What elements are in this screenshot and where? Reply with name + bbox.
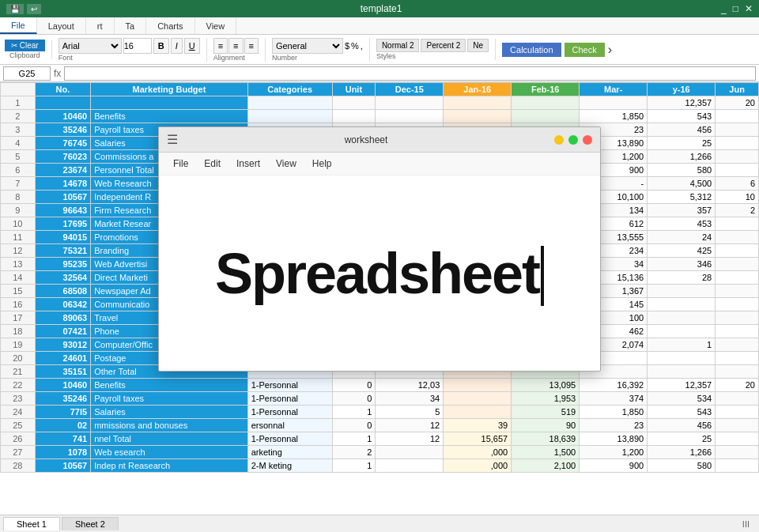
cell-r7-c10[interactable]: 6	[716, 177, 759, 191]
cell-r2-c7[interactable]	[512, 110, 580, 123]
cell-r3-c1[interactable]: 35246	[35, 123, 90, 137]
cell-r15-c1[interactable]: 68508	[35, 285, 90, 298]
cell-r24-c7[interactable]: 519	[512, 406, 580, 419]
cell-r25-c3[interactable]: ersonnal	[247, 419, 332, 432]
table-row[interactable]: 2335246Payroll taxes1-Personnal0341,9533…	[1, 392, 759, 406]
cell-r8-c9[interactable]: 5,312	[648, 191, 716, 204]
cell-r19-c10[interactable]	[716, 338, 759, 352]
tab-layout[interactable]: Layout	[37, 17, 86, 34]
cell-r23-c7[interactable]: 1,953	[512, 392, 580, 406]
cell-r13-c9[interactable]: 346	[648, 258, 716, 271]
cell-r7-c0[interactable]: 7	[1, 177, 36, 191]
sheet-tab-1[interactable]: Sheet 1	[3, 517, 60, 530]
cell-r28-c6[interactable]: ,000	[444, 459, 512, 473]
cell-r4-c0[interactable]: 4	[1, 137, 36, 150]
cell-r23-c0[interactable]: 23	[1, 392, 36, 406]
maximize-btn[interactable]: □	[733, 3, 738, 14]
cell-r22-c9[interactable]: 12,357	[648, 379, 716, 392]
cell-r11-c10[interactable]	[716, 231, 759, 244]
tab-view[interactable]: View	[195, 17, 237, 34]
cell-r28-c3[interactable]: 2-M keting	[247, 459, 332, 473]
cell-r2-c5[interactable]	[376, 110, 444, 123]
cell-r26-c5[interactable]: 12	[376, 432, 444, 446]
cell-r28-c10[interactable]	[716, 459, 759, 473]
cell-r16-c9[interactable]	[648, 298, 716, 311]
cell-r9-c9[interactable]: 357	[648, 204, 716, 217]
cell-r5-c10[interactable]	[716, 150, 759, 164]
cell-r22-c7[interactable]: 13,095	[512, 379, 580, 392]
cell-r2-c1[interactable]: 10460	[35, 110, 90, 123]
cell-r6-c9[interactable]: 580	[648, 164, 716, 177]
cell-r5-c1[interactable]: 76023	[35, 150, 90, 164]
cell-r5-c9[interactable]: 1,266	[648, 150, 716, 164]
dialog-close-btn[interactable]	[583, 135, 592, 145]
cell-r16-c10[interactable]	[716, 298, 759, 311]
cell-r2-c9[interactable]: 543	[648, 110, 716, 123]
cell-r26-c7[interactable]: 18,639	[512, 432, 580, 446]
table-row[interactable]: 210460Benefits1,850543	[1, 110, 759, 123]
comma-btn[interactable]: ,	[361, 41, 363, 51]
cell-r18-c1[interactable]: 07421	[35, 325, 90, 338]
cell-r24-c0[interactable]: 24	[1, 406, 36, 419]
calculation-btn[interactable]: Calculation	[502, 43, 561, 57]
dialog-maximize-btn[interactable]	[568, 135, 578, 145]
cell-r24-c6[interactable]	[444, 406, 512, 419]
cell-r1-c4[interactable]	[332, 96, 376, 110]
bold-btn[interactable]: B	[153, 38, 169, 54]
cell-r1-c5[interactable]	[376, 96, 444, 110]
cell-r25-c7[interactable]: 90	[512, 419, 580, 432]
cell-r23-c2[interactable]: Payroll taxes	[91, 392, 248, 406]
tab-ta[interactable]: Ta	[115, 17, 147, 34]
dialog-menu-edit[interactable]: Edit	[196, 156, 228, 172]
italic-btn[interactable]: I	[171, 38, 183, 54]
cell-r2-c2[interactable]: Benefits	[91, 110, 248, 123]
cell-r22-c2[interactable]: Benefits	[91, 379, 248, 392]
cell-r11-c0[interactable]: 11	[1, 231, 36, 244]
cell-r2-c3[interactable]	[247, 110, 332, 123]
cell-r4-c10[interactable]	[716, 137, 759, 150]
cell-r27-c0[interactable]: 27	[1, 446, 36, 459]
table-row[interactable]: 2210460Benefits1-Personnal012,0313,09516…	[1, 379, 759, 392]
cell-r1-c0[interactable]: 1	[1, 96, 36, 110]
cell-r1-c9[interactable]: 12,357	[648, 96, 716, 110]
cell-r6-c1[interactable]: 23674	[35, 164, 90, 177]
cell-r21-c10[interactable]	[716, 365, 759, 379]
cell-r22-c0[interactable]: 22	[1, 379, 36, 392]
close-btn[interactable]: ✕	[745, 3, 753, 14]
cell-r17-c0[interactable]: 17	[1, 311, 36, 325]
undo-icon[interactable]: ↩	[27, 4, 41, 14]
cell-r21-c1[interactable]: 35151	[35, 365, 90, 379]
cell-r27-c5[interactable]	[376, 446, 444, 459]
cell-r1-c1[interactable]	[35, 96, 90, 110]
cell-r1-c6[interactable]	[444, 96, 512, 110]
cell-r1-c7[interactable]	[512, 96, 580, 110]
cell-r8-c10[interactable]: 10	[716, 191, 759, 204]
cell-r19-c0[interactable]: 19	[1, 338, 36, 352]
cell-r26-c2[interactable]: nnel Total	[91, 432, 248, 446]
cell-r1-c2[interactable]	[91, 96, 248, 110]
cell-r23-c10[interactable]	[716, 392, 759, 406]
cell-r24-c4[interactable]: 1	[332, 406, 376, 419]
cell-r27-c6[interactable]: ,000	[444, 446, 512, 459]
cell-r13-c1[interactable]: 95235	[35, 258, 90, 271]
cell-r22-c3[interactable]: 1-Personnal	[247, 379, 332, 392]
cell-r20-c0[interactable]: 20	[1, 352, 36, 365]
table-row[interactable]: 271078Web esearcharketing2,0001,5001,200…	[1, 446, 759, 459]
cell-r9-c0[interactable]: 9	[1, 204, 36, 217]
cell-r26-c9[interactable]: 25	[648, 432, 716, 446]
cell-r6-c10[interactable]	[716, 164, 759, 177]
cell-r21-c9[interactable]	[648, 365, 716, 379]
col-header-f[interactable]: Jan-16	[444, 83, 512, 96]
tab-charts[interactable]: Charts	[146, 17, 194, 34]
cell-r25-c6[interactable]: 39	[444, 419, 512, 432]
font-name-select[interactable]: Arial	[59, 38, 122, 54]
cell-r26-c0[interactable]: 26	[1, 432, 36, 446]
cell-r28-c8[interactable]: 900	[580, 459, 648, 473]
cell-r26-c10[interactable]	[716, 432, 759, 446]
cell-r5-c0[interactable]: 5	[1, 150, 36, 164]
cell-r14-c9[interactable]: 28	[648, 271, 716, 285]
cell-r24-c2[interactable]: Salaries	[91, 406, 248, 419]
align-right-btn[interactable]: ≡	[244, 38, 259, 54]
cell-r19-c9[interactable]: 1	[648, 338, 716, 352]
cell-r2-c4[interactable]	[332, 110, 376, 123]
